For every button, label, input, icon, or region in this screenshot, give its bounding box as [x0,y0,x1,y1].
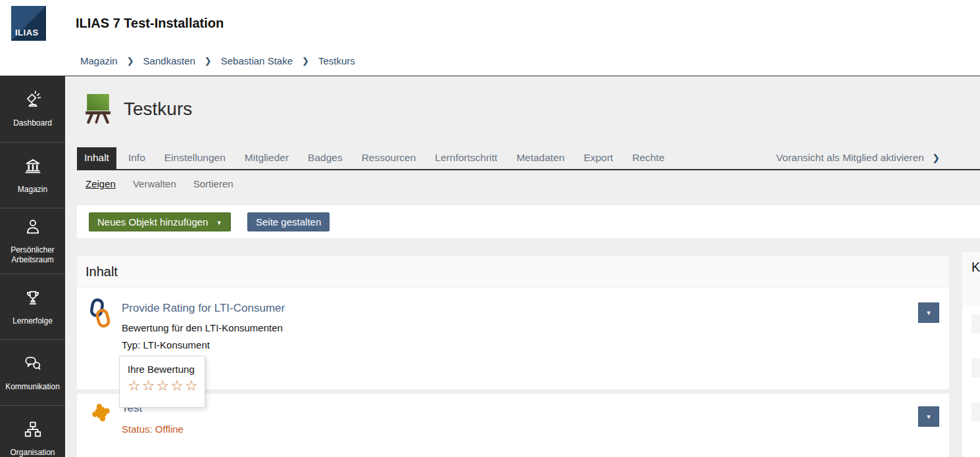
content-panel: Inhalt Provide Rating for LTI-Consumer B… [77,256,949,457]
sidebar-item-persoenlicher-arbeitsraum[interactable]: Persönlicher Arbeitsraum [0,208,65,274]
puzzle-piece-icon[interactable] [90,402,112,426]
tab-voransicht-label: Voransicht als Mitglied aktivieren [776,152,924,163]
breadcrumb-item-sebastian-stake[interactable]: Sebastian Stake [221,55,293,66]
object-actions-dropdown-button[interactable]: ▼ [918,406,939,427]
sidebar-item-label: Magazin [16,185,49,195]
breadcrumb-item-magazin[interactable]: Magazin [80,55,118,66]
object-type-line: Typ: LTI-Konsument [122,339,949,350]
page-title: Testkurs [124,99,192,120]
breadcrumb-item-testkurs[interactable]: Testkurs [318,55,355,66]
object-description: Bewertung für den LTI-Konsumenten [122,322,949,333]
right-panel-item [971,402,980,421]
chat-bubbles-icon [23,354,43,376]
ilias-logo-text: ILIAS [15,28,39,37]
right-panel-heading: K [962,252,980,306]
tab-export[interactable]: Export [576,147,620,169]
tab-einstellungen[interactable]: Einstellungen [157,147,233,169]
sidebar-item-magazin[interactable]: Magazin [0,142,65,208]
tab-info[interactable]: Info [121,147,153,169]
app-header: ILIAS ILIAS 7 Test-Installation [0,0,980,46]
caret-down-icon: ▼ [926,310,932,316]
ilias-logo[interactable]: ILIAS [11,6,46,41]
object-actions-dropdown-button[interactable]: ▼ [918,302,939,323]
sidebar-item-lernerfolge[interactable]: Lernerfolge [0,274,65,339]
bank-building-icon [23,156,43,179]
course-tabs: Inhalt Info Einstellungen Mitglieder Bad… [77,147,980,170]
object-status-line: Status: Offline [122,423,949,435]
right-side-panel: K [962,252,980,457]
chevron-right-icon: ❯ [205,56,212,66]
list-item-test: Test Status: Offline ▼ [77,394,949,457]
sidebar-item-kommunikation[interactable]: Kommunikation [0,339,65,405]
rating-tooltip-title: Ihre Bewertung [128,364,205,375]
tab-metadaten[interactable]: Metadaten [509,147,572,169]
subtab-sortieren[interactable]: Sortieren [193,178,233,189]
sidebar-item-label: Organisation [9,448,56,457]
content-panel-title: Inhalt [77,256,949,287]
content-toolbar: Neues Objekt hinzufügen ▼ Seite gestalte… [77,205,980,238]
main-sidebar: Dashboard Magazin Persönlicher Arbeitsra… [0,76,65,457]
sidebar-item-label: Dashboard [12,118,53,128]
sidebar-item-label: Lernerfolge [11,316,54,326]
course-subtabs: Zeigen Verwalten Sortieren [86,178,233,189]
course-easel-icon [84,92,112,126]
installation-title: ILIAS 7 Test-Installation [76,16,224,31]
breadcrumb-item-sandkasten[interactable]: Sandkasten [143,55,195,66]
breadcrumb: Magazin ❯ Sandkasten ❯ Sebastian Stake ❯… [0,46,980,76]
sidebar-item-label: Kommunikation [4,382,61,392]
right-panel-item [971,314,980,333]
tab-badges[interactable]: Badges [301,147,350,169]
star-outline-icon[interactable]: ☆ [142,377,157,394]
star-outline-icon[interactable]: ☆ [156,377,170,394]
add-new-object-button[interactable]: Neues Objekt hinzufügen ▼ [89,212,231,231]
caret-down-icon: ▼ [926,414,932,420]
caret-down-icon: ▼ [216,220,222,226]
star-outline-icon[interactable]: ☆ [170,377,185,394]
tab-inhalt[interactable]: Inhalt [77,147,116,169]
org-chart-icon [23,420,43,442]
chevron-right-icon: ❯ [127,56,134,66]
rating-stars: ☆☆☆☆☆ [128,379,205,393]
subtab-zeigen[interactable]: Zeigen [86,178,116,189]
star-outline-icon[interactable]: ☆ [128,377,142,394]
chevron-right-icon: ❯ [932,153,940,163]
star-outline-icon[interactable]: ☆ [185,377,199,394]
lti-chain-links-icon[interactable] [89,298,111,331]
design-page-label: Seite gestalten [256,216,321,228]
chevron-right-icon: ❯ [302,56,309,66]
person-icon [23,217,43,239]
right-panel-item [971,358,980,377]
list-item-separator [77,389,949,394]
rating-tooltip: Ihre Bewertung ☆☆☆☆☆ [119,356,205,408]
subtab-verwalten[interactable]: Verwalten [133,178,176,189]
design-page-button[interactable]: Seite gestalten [247,212,330,231]
course-header: Testkurs [84,92,192,126]
tab-rechte[interactable]: Rechte [625,147,672,169]
tab-lernfortschritt[interactable]: Lernfortschritt [428,147,504,169]
trophy-icon [23,288,43,310]
list-item-lti-consumer: Provide Rating for LTI-Consumer Bewertun… [77,287,949,389]
right-panel-body [962,306,980,457]
tab-mitglieder[interactable]: Mitglieder [237,147,296,169]
sidebar-item-label: Persönlicher Arbeitsraum [0,245,65,265]
sidebar-item-organisation[interactable]: Organisation [0,405,65,457]
sidebar-item-dashboard[interactable]: Dashboard [0,76,65,142]
add-new-object-label: Neues Objekt hinzufügen [97,216,208,228]
object-title-link[interactable]: Provide Rating for LTI-Consumer [122,302,285,315]
desk-lamp-icon [23,90,43,112]
tab-voransicht-aktivieren[interactable]: Voransicht als Mitglied aktivieren ❯ [769,147,947,169]
tab-ressourcen[interactable]: Ressourcen [355,147,424,169]
